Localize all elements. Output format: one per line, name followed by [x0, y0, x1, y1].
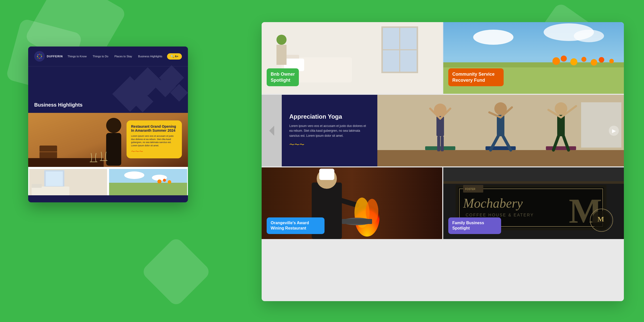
svg-point-47 — [561, 56, 567, 62]
yoga-section: Appreciation Yoga Lorem ipsum vero eos e… — [262, 95, 624, 166]
yoga-prev-arrow[interactable] — [262, 95, 282, 166]
search-button[interactable]: 🔍 A+ — [167, 53, 182, 60]
svg-text:M: M — [597, 215, 604, 223]
yoga-text: Lorem ipsum vero eos et accusam et justo… — [289, 124, 370, 138]
svg-point-28 — [163, 179, 166, 182]
content-section: Restaurant Grand Opening In Amaranth Sum… — [28, 113, 188, 195]
svg-rect-58 — [546, 146, 576, 150]
svg-point-29 — [168, 180, 171, 184]
svg-point-41 — [473, 30, 513, 45]
nav-business[interactable]: Business Highlights — [138, 55, 162, 58]
feature-card: Restaurant Grand Opening In Amaranth Sum… — [127, 120, 182, 158]
website-mockup: DUFFERIN Things to Know Things to Do Pla… — [28, 47, 188, 202]
svg-point-8 — [37, 56, 38, 57]
svg-rect-90 — [443, 167, 624, 182]
yoga-title: Appreciation Yoga — [289, 113, 370, 120]
svg-text:FOSTER: FOSTER — [465, 188, 475, 191]
svg-rect-77 — [581, 102, 621, 148]
svg-rect-63 — [437, 136, 440, 151]
bg-decoration-3 — [141, 236, 212, 307]
svg-point-52 — [609, 59, 614, 63]
svg-point-48 — [570, 58, 577, 65]
svg-rect-55 — [377, 150, 624, 166]
feature-card-text: Lorem ipsum vero eos et accusam et justo… — [131, 134, 177, 147]
svg-rect-14 — [28, 158, 104, 167]
svg-rect-91 — [443, 181, 624, 184]
svg-point-7 — [37, 57, 38, 58]
feature-card-title: Restaurant Grand Opening In Amaranth Sum… — [131, 124, 177, 132]
logo-circle — [34, 51, 45, 62]
bnb-label-text: Bnb Owner Spotlight — [271, 72, 295, 82]
svg-point-39 — [276, 35, 287, 45]
feature-image-wrapper: Restaurant Grand Opening In Amaranth Sum… — [28, 113, 188, 167]
svg-point-5 — [41, 57, 42, 58]
svg-rect-23 — [109, 169, 187, 184]
family-business-image: M Mochabery COFFEE HOUSE & EATERY M FOST… — [443, 167, 624, 239]
orangeville-label-text: Orangeville's Award Wining Restaurant — [271, 221, 309, 230]
family-label-text: Family Business Spotlight — [452, 221, 484, 230]
yoga-image: ▶ — [377, 95, 624, 166]
svg-point-3 — [41, 54, 42, 55]
svg-rect-64 — [441, 136, 444, 151]
svg-point-4 — [41, 56, 42, 57]
hero-diamonds — [112, 66, 188, 113]
squiggle-decoration: 〜〜〜 — [131, 149, 177, 154]
svg-point-43 — [574, 30, 604, 42]
svg-rect-20 — [32, 187, 69, 195]
svg-marker-53 — [269, 126, 274, 136]
bnb-label: Bnb Owner Spotlight — [267, 68, 299, 86]
yoga-content: Appreciation Yoga Lorem ipsum vero eos e… — [282, 95, 624, 166]
hero-section: Business Highlights — [28, 66, 188, 113]
right-top-row: Bnb Owner Spotlight — [262, 22, 624, 94]
svg-point-46 — [552, 57, 560, 65]
svg-point-50 — [591, 59, 597, 66]
bottom-row: Orangeville's Award Wining Restaurant M … — [262, 167, 624, 239]
svg-rect-38 — [276, 45, 287, 65]
right-panel: Bnb Owner Spotlight — [262, 22, 624, 301]
bottom-thumbnails — [28, 169, 188, 195]
yoga-next-arrow[interactable]: ▶ — [609, 126, 619, 136]
svg-text:COFFEE HOUSE & EATERY: COFFEE HOUSE & EATERY — [466, 213, 534, 217]
svg-point-2 — [39, 54, 40, 55]
community-image: Community Service Recovery Fund — [443, 22, 624, 94]
svg-point-6 — [39, 58, 40, 59]
logo-text: DUFFERIN — [47, 55, 63, 58]
yoga-squiggle: 〜〜〜 — [289, 141, 370, 148]
nav-bar: DUFFERIN Things to Know Things to Do Pla… — [28, 47, 188, 66]
family-label: Family Business Spotlight — [448, 217, 501, 234]
nav-things-do[interactable]: Things to Do — [93, 55, 108, 58]
svg-point-27 — [157, 179, 161, 183]
svg-rect-26 — [109, 183, 187, 195]
thumb-field — [108, 169, 188, 195]
orangeville-label: Orangeville's Award Wining Restaurant — [267, 217, 325, 234]
logo-area: DUFFERIN — [34, 51, 63, 62]
restaurant-image: Orangeville's Award Wining Restaurant — [262, 167, 442, 239]
svg-rect-82 — [319, 169, 334, 180]
svg-point-49 — [581, 57, 586, 62]
svg-rect-88 — [342, 219, 372, 224]
svg-rect-16 — [106, 133, 121, 166]
community-label-text: Community Service Recovery Fund — [452, 72, 495, 82]
community-label: Community Service Recovery Fund — [448, 68, 504, 86]
bnb-image: Bnb Owner Spotlight — [262, 22, 442, 94]
thumb-room — [28, 169, 108, 195]
svg-point-51 — [599, 57, 604, 63]
svg-rect-19 — [46, 171, 63, 186]
svg-point-15 — [106, 118, 121, 133]
svg-text:Mochabery: Mochabery — [463, 196, 523, 210]
nav-places-stay[interactable]: Places to Stay — [114, 55, 132, 58]
svg-rect-21 — [32, 184, 42, 188]
yoga-card: Appreciation Yoga Lorem ipsum vero eos e… — [282, 95, 377, 166]
nav-things-know[interactable]: Things to Know — [68, 55, 87, 58]
hero-title: Business Highlights — [34, 102, 83, 108]
svg-point-1 — [37, 54, 38, 55]
svg-point-24 — [124, 171, 144, 179]
nav-links: Things to Know Things to Do Places to St… — [68, 55, 163, 58]
